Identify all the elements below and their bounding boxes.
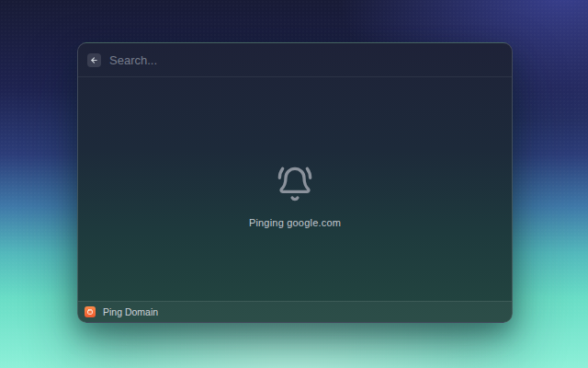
search-input[interactable] bbox=[109, 53, 503, 67]
extension-name-label: Ping Domain bbox=[103, 306, 158, 317]
launcher-window: Pinging google.com Ping Domain bbox=[77, 42, 513, 323]
bell-ring-icon bbox=[277, 166, 313, 202]
back-button[interactable] bbox=[87, 53, 101, 67]
footer-action-bar: Ping Domain bbox=[78, 301, 512, 322]
ping-extension-icon bbox=[85, 306, 96, 317]
back-arrow-icon bbox=[90, 56, 98, 64]
status-message: Pinging google.com bbox=[249, 217, 341, 228]
search-bar bbox=[78, 43, 512, 77]
empty-state-area: Pinging google.com bbox=[78, 77, 512, 301]
